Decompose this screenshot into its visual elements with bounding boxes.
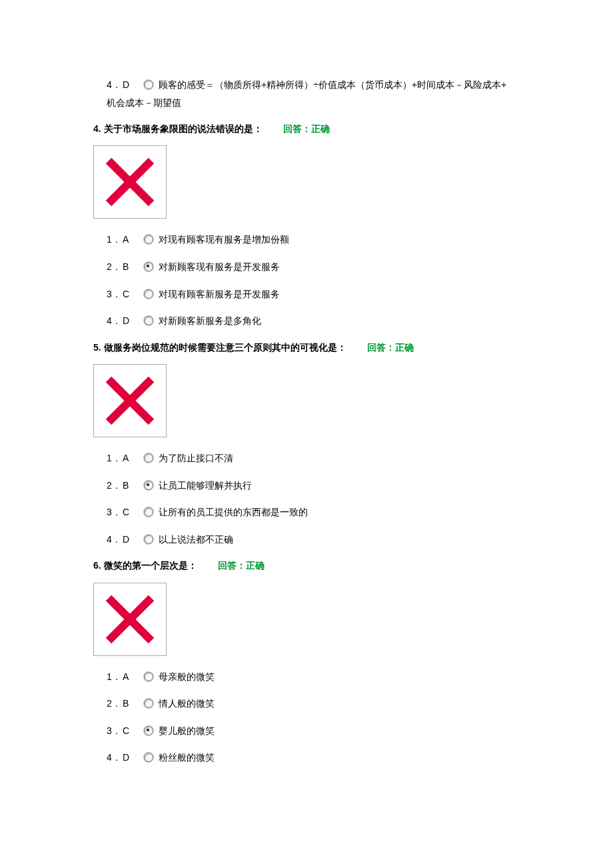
option-text: 对新顾客现有服务是开发服务 — [159, 258, 586, 276]
option-row: 4． D 以上说法都不正确 — [107, 531, 586, 549]
option-text: 以上说法都不正确 — [159, 531, 586, 549]
radio-unselected[interactable] — [139, 453, 159, 463]
radio-unselected[interactable] — [139, 316, 159, 325]
option-number: 3． — [107, 285, 123, 303]
option-letter: C — [123, 285, 139, 303]
option-row: 1． A 对现有顾客现有服务是增加份额 — [107, 231, 586, 249]
option-letter: C — [123, 503, 139, 521]
question-prefix: 4. — [93, 123, 104, 134]
option-number: 3． — [107, 722, 123, 740]
option-letter: D — [123, 76, 139, 94]
radio-selected[interactable] — [139, 726, 159, 735]
radio-unselected[interactable] — [139, 80, 159, 89]
option-letter: A — [123, 231, 139, 249]
question-heading: 6. 微笑的第一个层次是： 回答：正确 — [93, 557, 586, 574]
option-row: 1． A 为了防止接口不清 — [107, 449, 586, 467]
option-letter: D — [123, 749, 139, 767]
radio-selected[interactable] — [139, 481, 159, 490]
answer-status: 回答：正确 — [367, 342, 414, 353]
option-row: 3． C 对现有顾客新服务是开发服务 — [107, 285, 586, 303]
radio-icon — [144, 316, 153, 325]
option-row: 3． C 让所有的员工提供的东西都是一致的 — [107, 503, 586, 521]
question-prefix: 6. — [93, 560, 104, 571]
option-text: 对新顾客新服务是多角化 — [159, 312, 586, 330]
option-number: 4． — [107, 312, 123, 330]
option-text: 粉丝般的微笑 — [159, 749, 586, 767]
option-letter: A — [123, 449, 139, 467]
radio-unselected[interactable] — [139, 753, 159, 762]
radio-icon — [144, 289, 153, 299]
option-row: 2． B 对新顾客现有服务是开发服务 — [107, 258, 586, 276]
red-x-icon — [94, 583, 166, 655]
option-number: 2． — [107, 477, 123, 495]
radio-icon — [144, 672, 153, 681]
option-number: 4． — [107, 749, 123, 767]
option-row: 2． B 情人般的微笑 — [107, 695, 586, 713]
option-row: 1． A 母亲般的微笑 — [107, 668, 586, 686]
question-heading: 5. 做服务岗位规范的时候需要注意三个原则其中的可视化是： 回答：正确 — [93, 339, 586, 356]
radio-icon — [144, 726, 153, 735]
option-number: 1． — [107, 231, 123, 249]
option-row: 2． B 让员工能够理解并执行 — [107, 477, 586, 495]
radio-icon — [144, 80, 153, 89]
question-heading: 4. 关于市场服务象限图的说法错误的是： 回答：正确 — [93, 121, 586, 137]
radio-icon — [144, 753, 153, 762]
option-number: 3． — [107, 503, 123, 521]
red-x-icon — [94, 365, 166, 437]
document-page: 4． D 顾客的感受＝（物质所得+精神所得）÷价值成本（货币成本）+时间成本－风… — [0, 0, 613, 816]
radio-icon — [144, 481, 153, 490]
option-text: 让员工能够理解并执行 — [159, 477, 586, 495]
image-placeholder — [93, 583, 167, 656]
option-row: 4． D 对新顾客新服务是多角化 — [107, 312, 586, 330]
radio-icon — [144, 453, 153, 463]
option-letter: C — [123, 722, 139, 740]
option-text-line2: 机会成本－期望值 — [107, 94, 181, 112]
option-number: 1． — [107, 668, 123, 686]
option-text: 婴儿般的微笑 — [159, 722, 586, 740]
option-number: 4． — [107, 531, 123, 549]
option-text: 让所有的员工提供的东西都是一致的 — [159, 503, 586, 521]
radio-icon — [144, 262, 153, 271]
option-number: 1． — [107, 449, 123, 467]
radio-unselected[interactable] — [139, 235, 159, 244]
option-number: 2． — [107, 258, 123, 276]
option-text: 对现有顾客现有服务是增加份额 — [159, 231, 586, 249]
option-text: 情人般的微笑 — [159, 695, 586, 713]
radio-icon — [144, 535, 153, 544]
option-letter: B — [123, 477, 139, 495]
option-letter: D — [123, 531, 139, 549]
option-number: 4． — [107, 76, 123, 94]
image-placeholder — [93, 145, 167, 219]
radio-unselected[interactable] — [139, 672, 159, 681]
option-number: 2． — [107, 695, 123, 713]
answer-status: 回答：正确 — [283, 123, 330, 134]
option-letter: D — [123, 312, 139, 330]
option-text: 顾客的感受＝（物质所得+精神所得）÷价值成本（货币成本）+时间成本－风险成本+ … — [159, 76, 586, 111]
radio-selected[interactable] — [139, 262, 159, 271]
radio-icon — [144, 699, 153, 708]
option-row: 4． D 顾客的感受＝（物质所得+精神所得）÷价值成本（货币成本）+时间成本－风… — [107, 76, 586, 111]
image-placeholder — [93, 364, 167, 437]
option-letter: B — [123, 258, 139, 276]
radio-unselected[interactable] — [139, 535, 159, 544]
option-row: 4． D 粉丝般的微笑 — [107, 749, 586, 767]
radio-icon — [144, 235, 153, 244]
radio-icon — [144, 507, 153, 517]
question-prefix: 5. — [93, 342, 104, 353]
option-letter: B — [123, 695, 139, 713]
option-text: 对现有顾客新服务是开发服务 — [159, 285, 586, 303]
radio-unselected[interactable] — [139, 289, 159, 299]
option-text: 母亲般的微笑 — [159, 668, 586, 686]
question-text: 做服务岗位规范的时候需要注意三个原则其中的可视化是： — [104, 342, 346, 353]
question-text: 微笑的第一个层次是： — [104, 560, 197, 571]
answer-status: 回答：正确 — [218, 560, 265, 571]
red-x-icon — [94, 146, 166, 218]
radio-unselected[interactable] — [139, 507, 159, 517]
option-text: 为了防止接口不清 — [159, 449, 586, 467]
radio-unselected[interactable] — [139, 699, 159, 708]
option-text-line1: 顾客的感受＝（物质所得+精神所得）÷价值成本（货币成本）+时间成本－风险成本+ — [159, 79, 506, 90]
option-letter: A — [123, 668, 139, 686]
option-row: 3． C 婴儿般的微笑 — [107, 722, 586, 740]
question-text: 关于市场服务象限图的说法错误的是： — [104, 123, 263, 134]
